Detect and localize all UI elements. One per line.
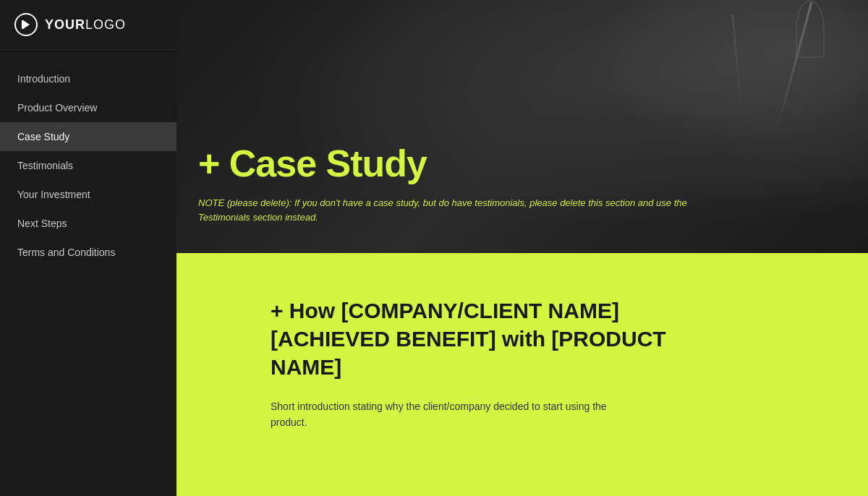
sidebar-item-your-investment[interactable]: Your Investment bbox=[0, 180, 176, 209]
svg-rect-1 bbox=[22, 20, 24, 29]
sidebar-item-next-steps[interactable]: Next Steps bbox=[0, 209, 176, 238]
sidebar: YOURLOGO IntroductionProduct OverviewCas… bbox=[0, 0, 176, 496]
case-study-title: + How [COMPANY/CLIENT NAME] [ACHIEVED BE… bbox=[271, 296, 705, 381]
sidebar-nav: IntroductionProduct OverviewCase StudyTe… bbox=[0, 50, 176, 496]
sidebar-item-testimonials[interactable]: Testimonials bbox=[0, 151, 176, 180]
hero-content: + Case Study NOTE (please delete): If yo… bbox=[198, 143, 839, 224]
hero-note: NOTE (please delete): If you don't have … bbox=[198, 196, 705, 224]
hero-section: + Case Study NOTE (please delete): If yo… bbox=[176, 0, 868, 253]
sidebar-item-case-study[interactable]: Case Study bbox=[0, 122, 176, 151]
hero-title: + Case Study bbox=[198, 143, 839, 184]
sidebar-item-terms-and-conditions[interactable]: Terms and Conditions bbox=[0, 238, 176, 267]
svg-marker-0 bbox=[23, 20, 30, 29]
sidebar-item-product-overview[interactable]: Product Overview bbox=[0, 93, 176, 122]
hero-decoration-3 bbox=[796, 0, 825, 58]
logo-area: YOURLOGO bbox=[0, 0, 176, 50]
sidebar-item-introduction[interactable]: Introduction bbox=[0, 64, 176, 93]
case-study-subtitle: Short introduction stating why the clien… bbox=[271, 398, 632, 431]
yellow-section: + How [COMPANY/CLIENT NAME] [ACHIEVED BE… bbox=[176, 253, 868, 496]
main-content: + Case Study NOTE (please delete): If yo… bbox=[176, 0, 868, 496]
logo-text: YOURLOGO bbox=[45, 17, 126, 33]
logo-icon bbox=[14, 13, 38, 36]
